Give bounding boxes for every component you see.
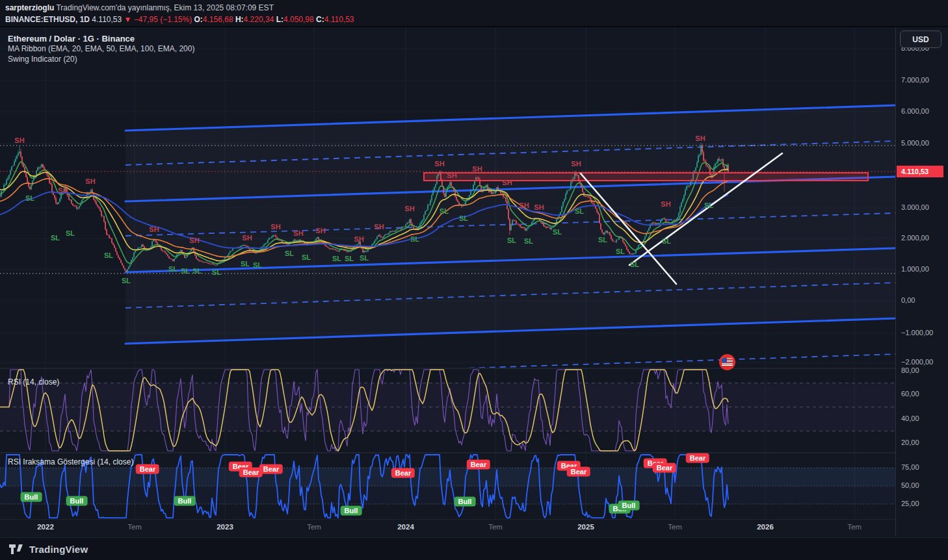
byline-username: sarpterzioglu xyxy=(5,3,54,12)
main-chart-canvas[interactable] xyxy=(0,27,896,536)
high-value: 4.220,34 xyxy=(244,15,274,24)
time-axis-label[interactable]: Tem xyxy=(127,523,142,531)
time-axis-label[interactable]: 2025 xyxy=(577,523,594,531)
rsi-scale-label: 40,00 xyxy=(901,414,919,422)
low-value: 4.050,98 xyxy=(283,15,314,24)
rsi-scale-label: 20,00 xyxy=(901,439,919,446)
rsi-scale-label: 60,00 xyxy=(901,390,919,398)
currency-toggle-button[interactable]: USD xyxy=(900,31,941,48)
price-scale-label: 3.000,00 xyxy=(901,203,929,211)
price-scale[interactable]: 8.000,007.000,006.000,005.000,003.000,00… xyxy=(896,27,948,536)
time-axis-label[interactable]: 2026 xyxy=(757,523,774,531)
top-bar: sarpterzioglu TradingView.com'da yayınla… xyxy=(0,0,948,27)
price-scale-label: 5.000,00 xyxy=(901,139,929,147)
us-flag-canton xyxy=(722,358,727,363)
tradingview-logo-icon[interactable] xyxy=(9,544,24,554)
us-flag-icon xyxy=(719,354,735,370)
chart-legend: Ethereum / Dolar · 1G · Binance MA Ribbo… xyxy=(8,33,194,64)
time-axis-label[interactable]: Tem xyxy=(668,523,682,531)
time-axis-label[interactable]: Tem xyxy=(307,523,321,531)
time-axis-label[interactable]: 2023 xyxy=(217,523,233,531)
us-flag-stripes xyxy=(722,358,733,366)
price-scale-label: 2.000,00 xyxy=(901,234,929,242)
high-label: H: xyxy=(235,15,244,24)
byline: sarpterzioglu TradingView.com'da yayınla… xyxy=(5,2,948,14)
divergence-scale-label: 75,00 xyxy=(901,463,919,471)
price-scale-label: −2.000,00 xyxy=(901,358,933,366)
last-price-badge: 4.110,53 xyxy=(897,166,943,177)
symbol-name: BINANCE:ETHUSD, 1D xyxy=(5,15,90,24)
chart-title[interactable]: Ethereum / Dolar · 1G · Binance xyxy=(8,33,194,44)
time-axis[interactable]: 2022Tem2023Tem2024Tem2025Tem2026Tem xyxy=(0,520,895,537)
price-change: −47,95 (−1.15%) xyxy=(134,15,192,24)
footer-bar: TradingView xyxy=(0,537,948,560)
price-scale-label: 0,00 xyxy=(901,296,915,304)
time-axis-label[interactable]: Tem xyxy=(847,523,862,531)
tradingview-screenshot: sarpterzioglu TradingView.com'da yayınla… xyxy=(0,0,948,560)
divergence-scale-label: 25,00 xyxy=(901,500,919,507)
rsi-pane-label[interactable]: RSI (14, close) xyxy=(8,377,59,387)
legend-ma-ribbon[interactable]: MA Ribbon (EMA, 20, EMA, 50, EMA, 100, E… xyxy=(8,44,194,55)
tradingview-brand-text[interactable]: TradingView xyxy=(29,544,88,555)
price-scale-label: −1.000,00 xyxy=(901,329,933,337)
time-axis-label[interactable]: 2024 xyxy=(397,523,414,531)
close-value: 4.110,53 xyxy=(324,15,354,24)
divergence-scale-label: 50,00 xyxy=(901,481,919,489)
last-price: 4.110,53 xyxy=(92,15,122,24)
rsi-scale-label: 80,00 xyxy=(901,366,919,374)
divergence-pane-label[interactable]: RSI Iraksama Göstergesi (14, close) xyxy=(8,457,133,466)
time-axis-label[interactable]: 2022 xyxy=(37,523,54,531)
price-scale-label: 6.000,00 xyxy=(901,107,929,115)
legend-swing-indicator[interactable]: Swing Indicator (20) xyxy=(8,55,194,65)
change-arrow-icon: ▼ xyxy=(124,15,132,24)
quote-line: BINANCE:ETHUSD, 1D 4.110,53 ▼ −47,95 (−1… xyxy=(5,14,948,25)
byline-text: TradingView.com'da yayınlanmış, Ekim 13,… xyxy=(56,3,273,12)
price-scale-label: 1.000,00 xyxy=(901,265,929,273)
time-axis-label[interactable]: Tem xyxy=(488,523,503,531)
price-scale-divider xyxy=(895,27,896,536)
close-label: C: xyxy=(316,15,324,24)
open-value: 4.156,68 xyxy=(203,15,233,24)
price-scale-label: 7.000,00 xyxy=(901,76,929,84)
open-label: O: xyxy=(194,15,203,24)
low-label: L: xyxy=(276,15,283,24)
